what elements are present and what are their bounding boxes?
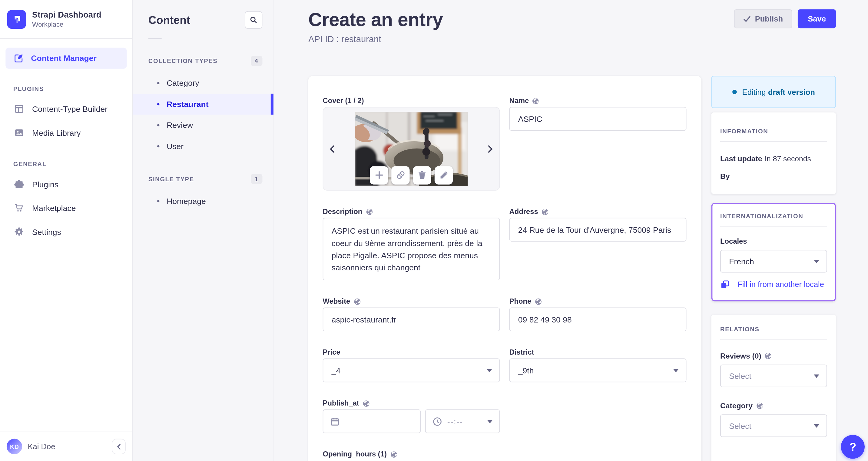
help-button[interactable]: ?	[841, 435, 865, 459]
globe-icon	[353, 298, 361, 305]
category-field-label: Category	[720, 402, 827, 410]
sidebar-item-label: Content-Type Builder	[32, 105, 107, 113]
district-select-value: _9th	[518, 366, 534, 375]
sidebar-item-content-type-builder[interactable]: Content-Type Builder	[0, 97, 132, 120]
subnav-group-collection-types: COLLECTION TYPES 4	[148, 56, 262, 66]
chevron-right-icon	[487, 145, 494, 153]
publish-button[interactable]: Publish	[734, 9, 792, 28]
globe-icon	[756, 402, 763, 409]
chevron-down-icon	[487, 420, 492, 423]
publish-time-picker[interactable]: --:--	[425, 409, 500, 433]
carousel-next-button[interactable]	[484, 143, 496, 155]
subnav-item-user[interactable]: User	[133, 136, 273, 157]
chevron-down-icon	[487, 369, 492, 372]
entry-side-panel: Editing draft version INFORMATION Last u…	[711, 76, 836, 461]
globe-icon	[534, 298, 542, 305]
delete-asset-button[interactable]	[413, 166, 431, 184]
internationalization-card: INTERNATIONALIZATION Locales French Fill…	[711, 203, 836, 301]
status-dot-icon	[732, 90, 737, 94]
last-update-row: Last update in 87 seconds	[720, 154, 827, 163]
subnav-item-label: User	[166, 142, 184, 151]
group-label: COLLECTION TYPES	[148, 58, 218, 64]
price-select[interactable]: _4	[323, 358, 500, 382]
sidebar-item-label: Settings	[32, 227, 61, 236]
fill-from-locale-label: Fill in from another locale	[735, 279, 827, 290]
chevron-down-icon	[673, 369, 679, 372]
fill-from-locale-link[interactable]: Fill in from another locale	[720, 279, 827, 290]
subnav-item-label: Restaurant	[166, 100, 208, 109]
bullet-icon	[157, 103, 159, 105]
gear-icon	[13, 226, 25, 238]
cover-carousel	[323, 107, 500, 191]
plus-icon	[375, 171, 383, 179]
save-button[interactable]: Save	[798, 9, 836, 28]
category-select-placeholder: Select	[729, 421, 751, 430]
cart-icon	[13, 202, 25, 214]
pencil-icon	[439, 171, 447, 179]
sidebar-section-general: GENERAL	[13, 161, 132, 167]
user-row: KD Kai Doe	[0, 432, 132, 461]
puzzle-icon	[13, 178, 25, 190]
subnav-item-label: Homepage	[166, 197, 206, 205]
chevron-left-icon	[116, 443, 121, 450]
cover-photo	[355, 112, 468, 186]
description-textarea[interactable]: ASPIC est un restaurant parisien situé a…	[323, 218, 500, 280]
check-icon	[743, 16, 750, 22]
edit-asset-button[interactable]	[435, 166, 453, 184]
copy-link-button[interactable]	[391, 166, 409, 184]
count-badge: 1	[251, 174, 262, 184]
locale-select[interactable]: French	[720, 250, 827, 272]
user-name: Kai Doe	[28, 442, 55, 451]
bullet-icon	[157, 200, 159, 202]
collapse-sidebar-button[interactable]	[112, 439, 126, 454]
strapi-app: Strapi Dashboard Workplace Content Manag…	[0, 0, 868, 461]
entry-form-card: Cover (1 / 2)	[308, 76, 702, 461]
feather-edit-icon	[13, 53, 24, 64]
relations-heading: RELATIONS	[720, 326, 827, 333]
sidebar-item-plugins[interactable]: Plugins	[0, 173, 132, 196]
bullet-icon	[157, 124, 159, 126]
globe-icon	[541, 208, 549, 215]
draft-status-text: Editing draft version	[742, 88, 815, 96]
information-card: INFORMATION Last update in 87 seconds By…	[711, 112, 836, 194]
chevron-down-icon	[814, 259, 819, 263]
strapi-logo	[7, 10, 26, 28]
sidebar-item-content-manager[interactable]: Content Manager	[5, 48, 127, 68]
address-input[interactable]	[509, 218, 687, 241]
subnav-item-review[interactable]: Review	[133, 115, 273, 136]
phone-input[interactable]	[509, 307, 687, 331]
address-field-label: Address	[509, 208, 687, 215]
clock-icon	[433, 416, 442, 427]
district-field-label: District	[509, 349, 687, 356]
workspace-switcher[interactable]: Strapi Dashboard Workplace	[0, 0, 132, 39]
cover-field-label: Cover (1 / 2)	[323, 97, 500, 105]
search-button[interactable]	[245, 11, 262, 29]
workspace-title: Strapi Dashboard	[32, 10, 101, 20]
by-row: By -	[720, 172, 827, 180]
globe-icon	[765, 352, 772, 359]
sidebar-item-label: Media Library	[32, 128, 81, 137]
sidebar-item-media-library[interactable]: Media Library	[0, 121, 132, 144]
sidebar-section-plugins: PLUGINS	[13, 85, 132, 92]
publish-date-picker[interactable]	[323, 409, 421, 433]
carousel-prev-button[interactable]	[326, 143, 338, 155]
subnav-item-homepage[interactable]: Homepage	[133, 191, 273, 211]
subnav-item-restaurant[interactable]: Restaurant	[133, 94, 273, 115]
name-input[interactable]	[509, 107, 687, 131]
subnav-item-category[interactable]: Category	[133, 73, 273, 93]
sidebar-item-settings[interactable]: Settings	[0, 220, 132, 243]
website-input[interactable]	[323, 307, 500, 331]
district-select[interactable]: _9th	[509, 358, 687, 382]
add-asset-button[interactable]	[370, 166, 388, 184]
publish-at-field-label: Publish_at	[323, 400, 500, 407]
api-id-subtitle: API ID : restaurant	[308, 34, 443, 44]
page-title: Create an entry	[308, 8, 443, 30]
reviews-select[interactable]: Select	[720, 365, 827, 387]
sidebar-item-marketplace[interactable]: Marketplace	[0, 197, 132, 220]
category-select[interactable]: Select	[720, 414, 827, 437]
divider	[148, 38, 162, 39]
calendar-icon	[330, 416, 340, 427]
divider	[720, 226, 827, 227]
draft-status-banner: Editing draft version	[711, 76, 836, 108]
website-field-label: Website	[323, 298, 500, 306]
